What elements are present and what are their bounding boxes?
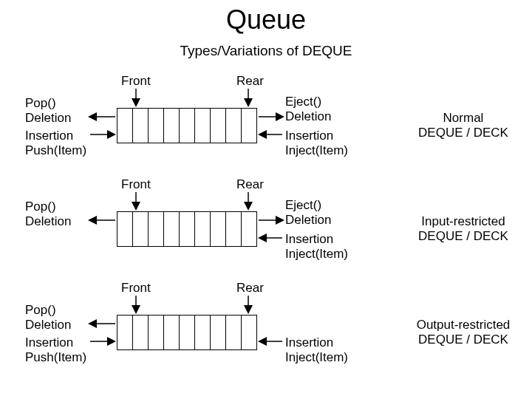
- cell: [241, 108, 257, 143]
- cell: [132, 211, 149, 247]
- front-label-3: Front: [121, 281, 151, 296]
- cell: [117, 108, 133, 143]
- deque-cells-1: [117, 108, 257, 143]
- cell: [132, 108, 149, 143]
- cell: [179, 315, 195, 350]
- type-label-output: Output-restricted DEQUE / DECK: [408, 318, 519, 347]
- insertion-inject-2: Insertion Inject(Item): [285, 232, 348, 261]
- eject-deletion-2: Eject() Deletion: [285, 198, 331, 227]
- insertion-push-3: Insertion Push(Item): [25, 335, 86, 364]
- front-label-1: Front: [121, 74, 151, 89]
- cell: [148, 211, 164, 247]
- insertion-inject-1: Insertion Inject(Item): [285, 129, 348, 157]
- deque-cells-2: [117, 211, 257, 247]
- rear-label-1: Rear: [236, 74, 264, 89]
- cell: [163, 315, 180, 350]
- cell: [225, 315, 242, 350]
- insertion-inject-3: Insertion Inject(Item): [285, 335, 348, 364]
- page-title: Queue: [0, 4, 532, 35]
- cell: [194, 108, 211, 143]
- cell: [117, 315, 133, 350]
- rear-label-2: Rear: [236, 177, 264, 192]
- cell: [210, 108, 226, 143]
- cell: [179, 211, 195, 247]
- eject-deletion-1: Eject() Deletion: [285, 95, 331, 123]
- cell: [148, 108, 164, 143]
- rear-label-3: Rear: [236, 281, 264, 296]
- cell: [241, 211, 257, 247]
- cell: [163, 108, 180, 143]
- cell: [179, 108, 195, 143]
- cell: [148, 315, 164, 350]
- cell: [132, 315, 149, 350]
- cell: [194, 211, 211, 247]
- page-subtitle: Types/Variations of DEQUE: [0, 43, 532, 59]
- type-label-input: Input-restricted DEQUE / DECK: [408, 214, 519, 244]
- cell: [210, 315, 226, 350]
- type-label-normal: Normal DEQUE / DECK: [408, 111, 519, 140]
- pop-deletion-1: Pop() Deletion: [25, 96, 71, 125]
- cell: [225, 211, 242, 247]
- cell: [163, 211, 180, 247]
- cell: [117, 211, 133, 247]
- cell: [194, 315, 211, 350]
- cell: [241, 315, 257, 350]
- pop-deletion-3: Pop() Deletion: [25, 303, 71, 332]
- insertion-push-1: Insertion Push(Item): [25, 129, 86, 157]
- front-label-2: Front: [121, 177, 151, 192]
- deque-cells-3: [117, 315, 257, 350]
- pop-deletion-2: Pop() Deletion: [25, 200, 71, 228]
- cell: [225, 108, 242, 143]
- cell: [210, 211, 226, 247]
